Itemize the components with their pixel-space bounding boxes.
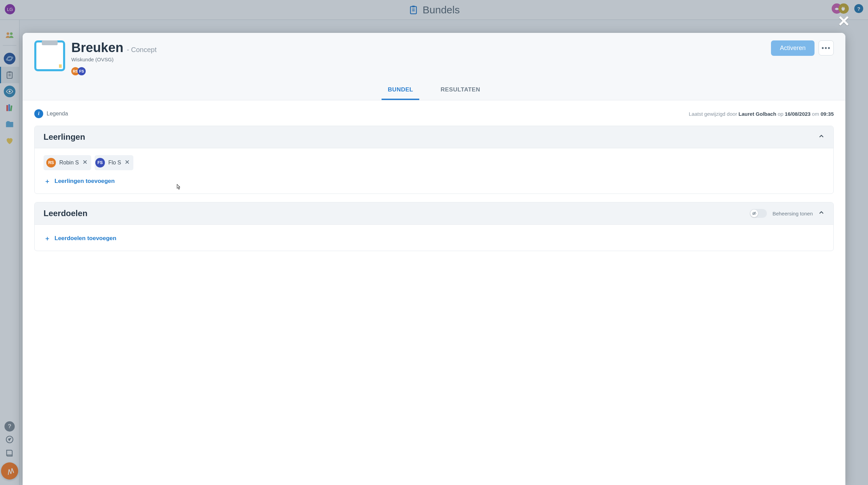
info-icon: i xyxy=(34,109,43,118)
student-chip: FS Flo S xyxy=(95,155,133,170)
modal-header: Breuken - Concept Wiskunde (OVSG) RS FS … xyxy=(23,33,845,100)
remove-student-button[interactable] xyxy=(82,159,88,166)
chevron-up-icon xyxy=(818,210,824,217)
panel-leerlingen-header[interactable]: Leerlingen xyxy=(35,126,833,148)
close-icon xyxy=(124,159,130,165)
chevron-up-icon xyxy=(818,133,824,141)
plus-icon: ＋ xyxy=(44,177,50,185)
activate-button[interactable]: Activeren xyxy=(771,40,815,56)
eye-off-icon xyxy=(752,211,757,216)
modal-close-button[interactable]: ✕ xyxy=(837,14,850,29)
modal-tabs: BUNDEL RESULTATEN xyxy=(34,82,834,100)
bundle-thumbnail xyxy=(34,40,65,71)
close-icon: ✕ xyxy=(837,13,850,29)
panel-leerlingen-title: Leerlingen xyxy=(44,132,85,142)
add-students-label: Leerlingen toevoegen xyxy=(55,178,115,185)
ellipsis-icon: ••• xyxy=(821,44,831,52)
close-icon xyxy=(82,159,88,165)
bundle-student-avatars: RS FS xyxy=(71,67,765,75)
panel-leerdoelen: Leerdoelen Beheersing tonen ＋ L xyxy=(34,202,834,251)
student-avatar-fs: FS xyxy=(77,67,86,75)
add-goals-button[interactable]: ＋ Leerdoelen toevoegen xyxy=(44,227,824,248)
student-chip-name: Robin S xyxy=(59,160,79,166)
panel-leerlingen: Leerlingen RS Robin S FS F xyxy=(34,126,834,194)
toggle-knob xyxy=(750,210,758,217)
student-avatar-fs: FS xyxy=(95,158,105,167)
legend-label: Legenda xyxy=(47,111,68,117)
bundle-modal: Breuken - Concept Wiskunde (OVSG) RS FS … xyxy=(23,33,845,485)
student-avatar-rs: RS xyxy=(46,158,56,167)
modal-body: i Legenda Laatst gewijzigd door Lauret G… xyxy=(23,100,845,485)
tab-resultaten[interactable]: RESULTATEN xyxy=(434,82,486,100)
student-chip: RS Robin S xyxy=(44,155,91,170)
bundle-title: Breuken xyxy=(71,40,123,55)
bundle-subject: Wiskunde (OVSG) xyxy=(71,57,765,62)
panel-leerdoelen-header[interactable]: Leerdoelen Beheersing tonen xyxy=(35,202,833,225)
remove-student-button[interactable] xyxy=(124,159,130,166)
add-students-button[interactable]: ＋ Leerlingen toevoegen xyxy=(44,170,824,191)
plus-icon: ＋ xyxy=(44,234,50,242)
last-modified-text: Laatst gewijzigd door Lauret Golbach op … xyxy=(689,111,834,117)
tab-bundel[interactable]: BUNDEL xyxy=(382,82,419,100)
student-chip-name: Flo S xyxy=(108,160,121,166)
panel-leerdoelen-title: Leerdoelen xyxy=(44,209,87,218)
mastery-toggle[interactable] xyxy=(750,209,767,218)
mastery-toggle-label: Beheersing tonen xyxy=(772,211,813,216)
legend-toggle[interactable]: i Legenda xyxy=(34,109,68,118)
bundle-status: - Concept xyxy=(127,46,157,54)
add-goals-label: Leerdoelen toevoegen xyxy=(55,235,116,242)
more-actions-button[interactable]: ••• xyxy=(819,40,834,55)
